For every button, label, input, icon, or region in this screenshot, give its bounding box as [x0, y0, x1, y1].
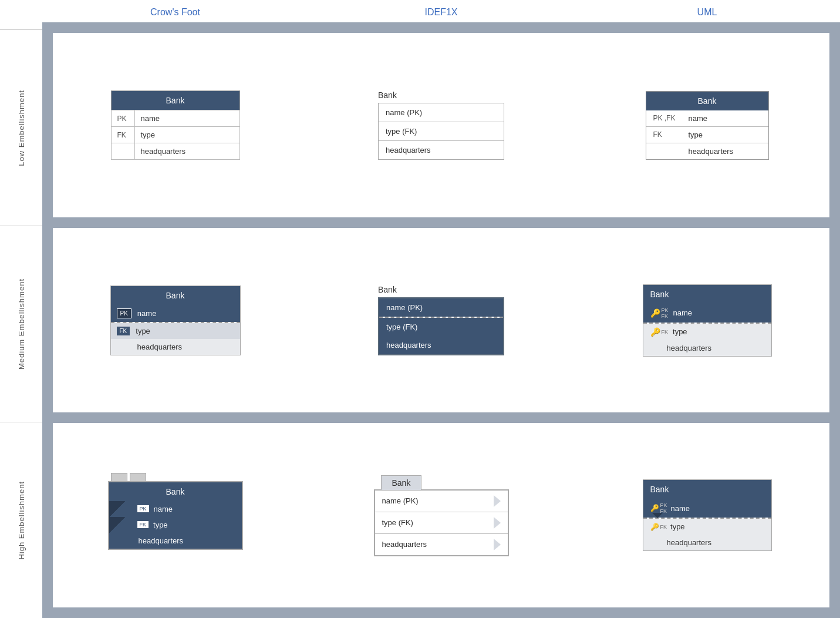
uml-high-key-icon: 🔑 [650, 504, 659, 512]
cf-high-pk-row: PK name [109, 501, 242, 517]
uml-med-pk-small: PKFK [662, 307, 669, 319]
uml-high-fk-small: FK [660, 524, 667, 530]
idef-low-cell: Bank name (PK) type (FK) headquarters [308, 33, 574, 217]
idef-high-tab: Bank [381, 475, 422, 490]
divider-bottom [42, 607, 840, 618]
uml-med-wrapper: Bank 🔑 PKFK name 🔑 FK type [643, 284, 772, 357]
high-label-section: High Embellishment [0, 422, 42, 618]
idef-high-fk-row: type (FK) [375, 512, 508, 534]
idef-high-plain-field: headquarters [382, 540, 491, 549]
cf-low-pk-row: PK name [111, 110, 239, 127]
low-embellishment-row: Bank PK name FK type [42, 33, 840, 217]
uml-high-plain-field: headquarters [667, 538, 712, 547]
col-header-uml: UML [574, 7, 840, 18]
cf-low-fk-label: FK [111, 127, 134, 143]
cf-high-tab1 [111, 473, 127, 481]
uml-med-fk-field: type [673, 327, 687, 336]
uml-med-pk-field: name [673, 308, 693, 317]
uml-high-pk-row: 🔑 PKFK name [643, 499, 771, 518]
idef-high-fk-arrow [494, 517, 501, 529]
uml-low-plain-row: headquarters [646, 143, 768, 159]
idef-high-pk-arrow [494, 495, 501, 507]
cf-high-cell: Bank PK name FK type [42, 423, 308, 607]
uml-high-cell: Bank 🔑 PKFK name 🔑 FK [574, 423, 840, 607]
cf-left-strip-med [42, 228, 53, 412]
uml-low-pk-label: PK ,FK [653, 114, 689, 122]
cf-low-fk-row: FK type [111, 127, 239, 143]
idef-high-fk-field: type (FK) [382, 518, 491, 527]
cf-med-fk-badge: FK [117, 327, 130, 335]
uml-med-fk-row: 🔑 FK type [643, 324, 771, 340]
grid-panel: Crow's Foot IDEF1X UML Bank [42, 0, 840, 618]
idef-high-table: name (PK) type (FK) headquarters [374, 489, 509, 556]
idef-med-entity-name: Bank [378, 285, 504, 294]
cf-med-pk-field: name [137, 309, 157, 318]
cf-med-pk-row: PK name [111, 305, 240, 322]
cf-med-plain-row: headquarters [111, 339, 240, 355]
uml-high-fk-icon: 🔑 [650, 523, 659, 531]
uml-low-table-wrapper: Bank PK ,FK name FK type headquarters [646, 91, 769, 160]
cf-high-plain-field: headquarters [139, 536, 184, 545]
cf-med-plain-field: headquarters [137, 342, 183, 351]
col-header-idef1x: IDEF1X [308, 7, 574, 18]
cf-low-plain-label [111, 143, 134, 160]
cf-high-fk-row: FK type [109, 517, 242, 533]
cf-high-tabs [111, 473, 146, 481]
idef-low-pk-row: name (PK) [379, 103, 504, 122]
idef-high-plain-arrow [494, 539, 501, 550]
idef-high-wrapper: Bank name (PK) type (FK) [374, 475, 509, 556]
uml-low-fk-label: FK [653, 130, 689, 139]
idef-low-entity-name: Bank [378, 90, 504, 100]
idef-med-wrapper: Bank name (PK) type (FK) headquarters [378, 285, 504, 355]
idef-high-cell: Bank name (PK) type (FK) [308, 423, 574, 607]
idef-high-pk-field: name (PK) [382, 496, 491, 505]
high-embellishment-label: High Embellishment [17, 481, 26, 560]
uml-low-pk-row: PK ,FK name [646, 110, 768, 127]
cf-high-plain-row: headquarters [109, 533, 242, 549]
uml-med-fk-small: FK [662, 329, 669, 335]
uml-med-cell: Bank 🔑 PKFK name 🔑 FK type [574, 228, 840, 412]
cf-med-header: Bank [111, 286, 240, 305]
medium-embellishment-row: Bank PK name FK type headquarters [42, 228, 840, 412]
uml-med-fk-icon: 🔑 [650, 327, 660, 337]
uml-right-strip-low [829, 33, 840, 217]
labels-panel: Low Embellishment Medium Embellishment H… [0, 0, 42, 618]
idef-med-plain-row: headquarters [379, 336, 503, 354]
divider-top [42, 22, 840, 33]
idef-med-pk-row: name (PK) [379, 298, 503, 317]
medium-embellishment-label: Medium Embellishment [17, 278, 26, 370]
sections-container: Bank PK name FK type [42, 22, 840, 618]
uml-high-wrapper: Bank 🔑 PKFK name 🔑 FK [643, 479, 772, 551]
uml-low-cell: Bank PK ,FK name FK type headquarters [574, 33, 840, 217]
idef-med-outer: name (PK) type (FK) headquarters [378, 297, 504, 355]
cf-med-pk-badge: PK [117, 308, 131, 318]
cf-left-strip-high [42, 423, 53, 607]
uml-right-strip-med [829, 228, 840, 412]
cf-high-pk-field: name [154, 505, 173, 513]
cf-high-fk-field: type [153, 520, 168, 529]
cf-low-pk-label: PK [111, 110, 134, 127]
uml-high-plain-row: headquarters [643, 535, 771, 550]
uml-high-fk-row: 🔑 FK type [643, 519, 771, 535]
cf-high-fk-badge: FK [137, 521, 149, 528]
uml-right-strip-high [829, 423, 840, 607]
cf-high-pk-slash [109, 501, 130, 517]
uml-low-fk-field: type [689, 130, 703, 139]
cf-low-fk-field: type [134, 127, 239, 143]
uml-high-corner [652, 513, 663, 518]
cf-low-header: Bank [111, 91, 239, 110]
uml-med-plain-field: headquarters [667, 344, 712, 352]
idef-high-pk-row: name (PK) [375, 491, 508, 512]
uml-med-plain-row: headquarters [643, 340, 771, 356]
col-header-crowsfoot: Crow's Foot [42, 7, 308, 18]
idef-low-plain-row: headquarters [379, 141, 504, 159]
uml-high-fk-field: type [670, 522, 685, 531]
cf-left-strip [42, 33, 53, 217]
idef-med-fk-row: type (FK) [379, 318, 503, 336]
uml-low-pk-field: name [689, 114, 708, 123]
cf-high-header: Bank [109, 482, 242, 501]
idef-low-table: name (PK) type (FK) headquarters [378, 103, 504, 160]
uml-high-header: Bank [643, 480, 771, 499]
low-embellishment-label: Low Embellishment [17, 90, 26, 166]
high-embellishment-row: Bank PK name FK type [42, 423, 840, 607]
